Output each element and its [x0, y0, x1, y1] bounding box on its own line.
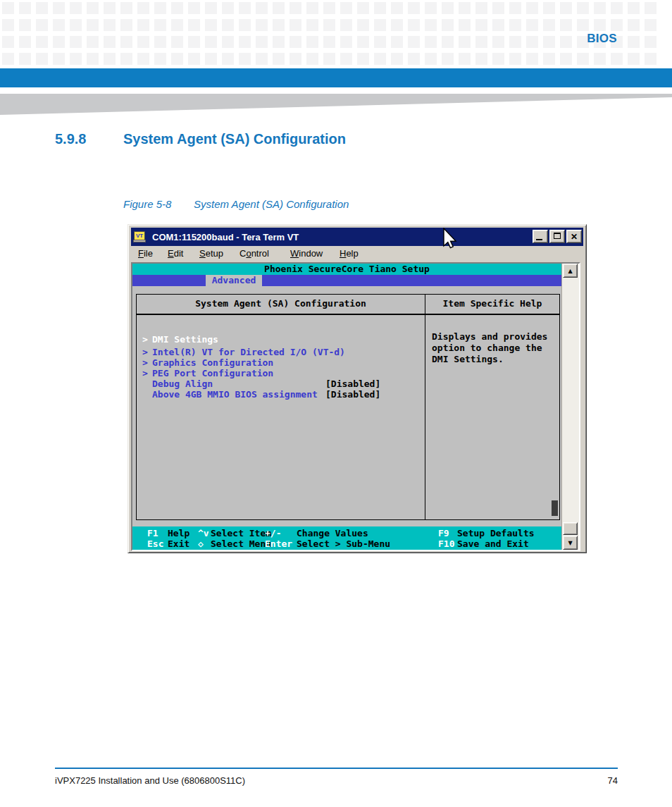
hint-label-change-values: Change Values: [297, 528, 368, 538]
checker-square: [87, 53, 99, 65]
checker-square: [2, 36, 14, 48]
settings-panel: System Agent (SA) Configuration >DMI Set…: [136, 294, 425, 520]
bios-item-peg-port-config[interactable]: >PEG Port Configuration: [137, 368, 425, 378]
checker-square: [459, 53, 471, 65]
header-gray-wedge: [0, 94, 672, 115]
checker-square: [492, 2, 504, 14]
checker-square: [290, 2, 301, 14]
hint-label-select-submenu: Select > Sub-Menu: [297, 538, 390, 549]
checker-square: [53, 2, 65, 14]
menu-file[interactable]: File: [138, 248, 153, 259]
checker-square: [492, 53, 504, 65]
checker-square: [526, 2, 538, 14]
tera-term-icon-base: [133, 240, 146, 242]
checker-square: [87, 36, 99, 48]
bios-item-graphics-config[interactable]: >Graphics Configuration: [137, 357, 425, 368]
checker-square: [408, 36, 420, 48]
hint-label-save-exit: Save and Exit: [457, 538, 529, 549]
checker-square: [425, 19, 437, 31]
hint-key-f1: F1: [147, 528, 158, 538]
checker-square: [645, 19, 657, 31]
hint-key-esc: Esc: [147, 538, 163, 549]
checker-square: [70, 2, 82, 14]
menu-help[interactable]: Help: [340, 248, 359, 259]
checker-square: [306, 19, 318, 31]
checker-square: [357, 19, 369, 31]
bios-setup-title: Phoenix SecureCore Tiano Setup: [132, 264, 561, 275]
tab-advanced[interactable]: Advanced: [206, 275, 262, 286]
menu-bar: File Edit Setup Control Window Help: [131, 246, 583, 262]
checker-square: [290, 53, 301, 65]
checker-square: [459, 19, 471, 31]
checker-square: [475, 53, 487, 65]
checker-square: [459, 2, 471, 14]
checker-square: [340, 2, 352, 14]
help-panel: Item Specific Help Displays and provides…: [425, 294, 560, 520]
help-panel-title: Item Specific Help: [425, 295, 559, 315]
hint-key-leftright-diamond: ◇: [198, 538, 204, 549]
submenu-arrow-icon: >: [142, 368, 148, 378]
checker-square: [594, 53, 606, 65]
menu-window[interactable]: Window: [290, 248, 323, 259]
checker-square: [526, 36, 538, 48]
checker-square: [594, 19, 606, 31]
scroll-up-button[interactable]: ▲: [563, 264, 578, 278]
hint-label-exit: Exit: [168, 538, 189, 549]
checker-square: [323, 2, 335, 14]
checker-square: [239, 36, 251, 48]
checker-square: [509, 19, 521, 31]
bios-item-dmi-settings[interactable]: >DMI Settings: [137, 334, 425, 345]
setting-value[interactable]: [Disabled]: [325, 389, 380, 400]
checker-square: [509, 36, 521, 48]
bios-item-above-4gb-mmio[interactable]: Above 4GB MMIO BIOS assignment[Disabled]: [137, 389, 425, 400]
checker-square: [273, 53, 285, 65]
checker-square: [306, 2, 318, 14]
checker-square: [560, 36, 572, 48]
checker-square: [543, 53, 555, 65]
checker-square: [188, 19, 200, 31]
checker-square: [374, 53, 386, 65]
checker-square: [442, 2, 454, 14]
checker-square: [256, 53, 268, 65]
checker-square: [306, 53, 318, 65]
bios-item-intel-vtd[interactable]: >Intel(R) VT for Directed I/O (VT-d): [137, 347, 425, 357]
checker-square: [628, 53, 640, 65]
close-button[interactable]: ✕: [566, 230, 582, 243]
window-title-bar[interactable]: VT COM1:115200baud - Tera Term VT ✕: [131, 228, 583, 246]
checker-square: [475, 36, 487, 48]
checker-square: [87, 2, 99, 14]
scroll-down-button[interactable]: ▼: [563, 536, 578, 550]
checker-square: [188, 2, 200, 14]
checker-square: [70, 36, 82, 48]
window-controls: ✕: [531, 230, 582, 243]
menu-control[interactable]: Control: [239, 248, 269, 259]
scroll-thumb[interactable]: [563, 522, 578, 535]
figure-title: System Agent (SA) Configuration: [194, 198, 349, 210]
checker-square: [526, 53, 538, 65]
checker-square: [188, 53, 200, 65]
checker-square: [391, 53, 403, 65]
checker-square: [442, 19, 454, 31]
checker-square: [577, 19, 589, 31]
minimize-button[interactable]: [533, 230, 548, 243]
checker-square: [19, 19, 31, 31]
checker-square: [374, 36, 386, 48]
checker-square: [408, 53, 420, 65]
menu-setup[interactable]: Setup: [199, 248, 223, 259]
hint-label-select-item: Select Item: [211, 528, 271, 538]
hint-key-enter: Enter: [265, 538, 292, 549]
checker-square: [137, 53, 149, 65]
checker-square: [357, 53, 369, 65]
checker-square: [36, 36, 48, 48]
checker-square: [70, 19, 82, 31]
checker-square: [256, 19, 268, 31]
setting-value[interactable]: [Disabled]: [325, 378, 380, 389]
checker-square: [205, 2, 217, 14]
menu-edit[interactable]: Edit: [168, 248, 183, 259]
checker-square: [239, 53, 251, 65]
maximize-button[interactable]: [549, 230, 565, 243]
bios-item-debug-align[interactable]: Debug Align[Disabled]: [137, 378, 425, 389]
scrollbar[interactable]: ▲ ▼: [561, 264, 579, 550]
checker-square: [645, 36, 657, 48]
checker-square: [154, 2, 166, 14]
